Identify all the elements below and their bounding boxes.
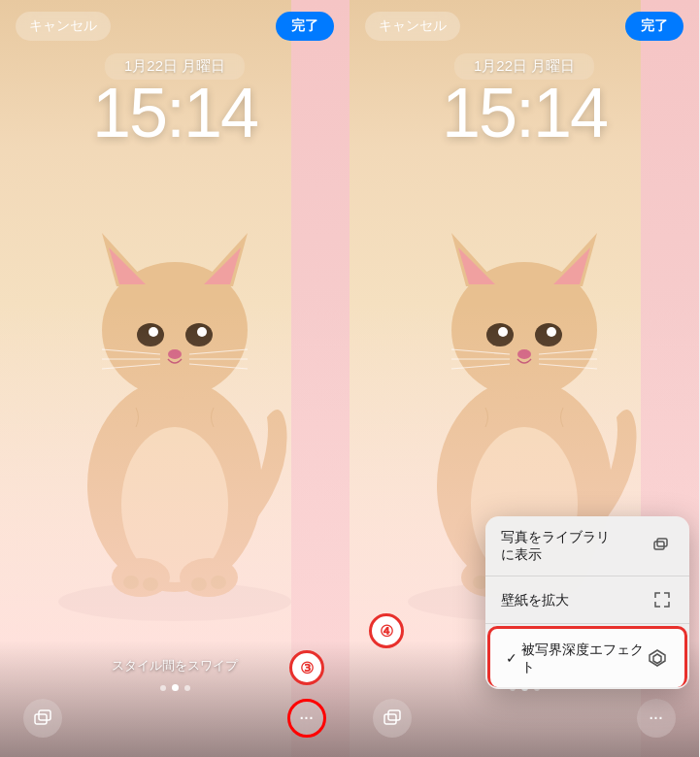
time-text-left: 15:14: [92, 74, 257, 151]
menu-item-depth-effect[interactable]: ✓ 被写界深度エフェクト: [487, 626, 687, 687]
svg-rect-26: [39, 710, 50, 720]
date-text-left: 1月22日 月曜日: [124, 57, 225, 74]
bottom-icons-row-left: ③ ···: [0, 699, 350, 738]
left-phone-screen: キャンセル 完了 1月22日 月曜日 15:14 スタイル間をスワイプ: [0, 0, 350, 757]
time-text-right: 15:14: [442, 74, 607, 151]
svg-rect-52: [654, 542, 664, 549]
swipe-hint-left: スタイル間をスワイプ: [112, 657, 238, 675]
svg-rect-53: [657, 539, 667, 546]
depth-menu-icon: [646, 646, 669, 670]
time-widget-left: 15:14: [92, 78, 257, 148]
svg-rect-57: [388, 710, 400, 720]
photo-library-icon-right: [383, 708, 402, 728]
menu-item-show-library-label: 写真をライブラリ に表示: [501, 528, 650, 563]
date-text-right: 1月22日 月曜日: [474, 57, 575, 74]
top-bar-left: キャンセル 完了: [0, 12, 350, 41]
done-button-left[interactable]: 完了: [276, 12, 334, 41]
menu-item-show-library[interactable]: 写真をライブラリ に表示: [485, 516, 689, 576]
photo-library-icon-left: [33, 708, 52, 728]
cancel-button-right[interactable]: キャンセル: [365, 12, 460, 41]
more-icon-right: ···: [650, 710, 664, 726]
dots-row-left: [160, 684, 190, 691]
more-button-right[interactable]: ···: [637, 699, 676, 738]
svg-rect-25: [35, 714, 47, 724]
check-icon: ✓: [506, 650, 517, 666]
svg-marker-55: [653, 654, 661, 664]
svg-marker-32: [458, 247, 495, 284]
dot-3: [184, 685, 190, 691]
cancel-button-left[interactable]: キャンセル: [16, 12, 111, 41]
svg-marker-34: [553, 247, 590, 284]
context-menu: 写真をライブラリ に表示 壁紙を拡大 ✓ 被: [485, 516, 689, 689]
photo-library-menu-icon: [650, 534, 674, 557]
zoom-menu-icon: [650, 588, 674, 611]
step-3-badge: ③: [289, 650, 324, 685]
photo-library-button-right[interactable]: [373, 699, 412, 738]
right-phone-screen: キャンセル 完了 1月22日 月曜日 15:14 写真をライブラリ に表示 壁紙…: [350, 0, 699, 757]
photo-library-button-left[interactable]: [23, 699, 62, 738]
menu-item-zoom-wallpaper[interactable]: 壁紙を拡大: [485, 576, 689, 624]
more-icon-left: ···: [300, 710, 315, 726]
time-widget-right: 15:14: [442, 78, 607, 148]
more-button-left[interactable]: ···: [287, 699, 326, 738]
done-button-right[interactable]: 完了: [625, 12, 683, 41]
dot-2: [172, 684, 179, 691]
step-4-badge: ④: [369, 613, 404, 648]
menu-item-zoom-label: 壁紙を拡大: [501, 591, 650, 609]
top-bar-right: キャンセル 完了: [350, 12, 699, 41]
svg-rect-56: [384, 714, 396, 724]
menu-item-depth-label: 被写界深度エフェクト: [521, 641, 646, 675]
bottom-bar-left: スタイル間をスワイプ ③ ···: [0, 641, 350, 757]
dot-1: [160, 685, 166, 691]
bottom-icons-row-right: ···: [350, 699, 699, 738]
